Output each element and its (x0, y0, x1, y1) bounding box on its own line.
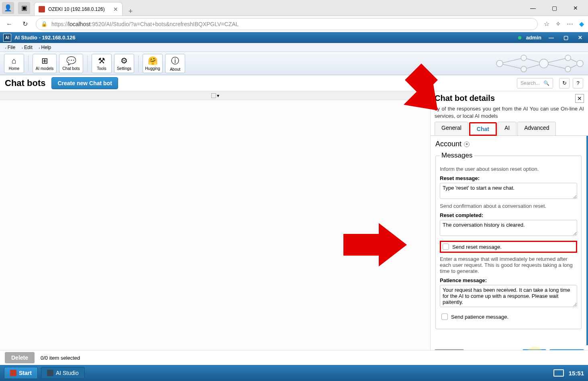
toolbar-chat-bots-button[interactable]: 💬Chat bots (59, 54, 83, 73)
url-input[interactable]: 🔒 https://localhost:9520/AI/Studio/?a=Ch… (36, 18, 538, 30)
browser-tab-strip: 👤 ▣ OZEKI 10 (192.168.0.126) ✕ + — ▢ ✕ (0, 0, 588, 16)
new-tab-button[interactable]: + (125, 7, 137, 16)
help-button[interactable]: ? (573, 78, 583, 88)
search-icon: 🔍 (543, 80, 549, 86)
toolbar-separator (138, 55, 139, 72)
svg-point-10 (521, 66, 527, 72)
confirm-description: Send confirmation about a conversation r… (440, 203, 577, 209)
collections-icon[interactable]: ✧ (555, 20, 561, 28)
taskbar: Start AI Studio 15:51 (0, 365, 588, 381)
chevron-down-icon[interactable]: ▾ (217, 93, 219, 98)
patience-description: Enter a message that will immediately be… (440, 256, 577, 274)
app-logo-icon: AI (3, 34, 11, 42)
toolbar-about-button[interactable]: ⓘAbout (165, 54, 185, 73)
tab-title: OZEKI 10 (192.168.0.126) (48, 6, 110, 12)
svg-point-13 (565, 66, 571, 72)
workspaces-button[interactable]: ▣ (18, 2, 30, 14)
delete-button[interactable]: Delete (5, 352, 35, 363)
tab-favicon (39, 6, 45, 12)
taskbar-app-button[interactable]: AI Studio (41, 367, 85, 379)
menu-help[interactable]: Help (36, 45, 55, 50)
refresh-button[interactable]: ↻ (20, 18, 30, 30)
address-bar: ← ↻ 🔒 https://localhost:9520/AI/Studio/?… (0, 16, 588, 32)
list-panel: ▾ (0, 91, 431, 366)
panel-description: cy of the responses you get from the AI … (431, 105, 588, 122)
clock: 15:51 (569, 370, 584, 377)
browser-tab[interactable]: OZEKI 10 (192.168.0.126) ✕ (34, 2, 122, 16)
messages-fieldset: Messages Inform the user about session r… (435, 152, 582, 329)
send-reset-checkbox-row[interactable]: Send reset message. (440, 241, 577, 253)
user-label[interactable]: admin (526, 35, 541, 41)
svg-point-12 (565, 55, 571, 61)
profile-button[interactable]: 👤 (2, 2, 14, 14)
send-reset-label: Send reset message. (452, 244, 502, 250)
menubar: File Edit Help (0, 43, 588, 52)
reset-message-input[interactable] (440, 183, 577, 199)
tab-chat[interactable]: Chat (469, 122, 497, 136)
tab-advanced[interactable]: Advanced (517, 122, 556, 135)
checkbox-column[interactable] (211, 93, 216, 98)
toolbar-hugging-button[interactable]: 🤗Hugging (143, 54, 163, 73)
close-window-button[interactable]: ✕ (569, 3, 582, 13)
reset-message-label: Reset message: (440, 175, 577, 181)
tab-ai[interactable]: AI (498, 122, 517, 135)
home-icon: ⌂ (12, 56, 16, 66)
svg-line-1 (500, 63, 524, 69)
send-patience-checkbox-row[interactable]: Send patience message. (440, 312, 577, 322)
create-chat-bot-button[interactable]: Create new Chat bot (51, 77, 118, 89)
expand-icon: + (464, 141, 470, 147)
menu-edit[interactable]: Edit (18, 45, 36, 50)
url-text: https://localhost:9520/AI/Studio/?a=Chat… (51, 21, 533, 27)
more-icon[interactable]: ⋯ (567, 20, 573, 28)
close-icon: ✕ (577, 95, 582, 102)
svg-point-11 (539, 59, 548, 68)
toolbar-settings-button[interactable]: ⚙Settings (114, 54, 134, 73)
reset-completed-input[interactable] (440, 220, 577, 236)
info-icon: ⓘ (171, 55, 179, 66)
panel-close-button[interactable]: ✕ (575, 94, 584, 103)
app-taskbar-icon (47, 370, 53, 376)
minimize-button[interactable]: — (526, 3, 540, 13)
back-button[interactable]: ← (4, 18, 14, 30)
bottom-bar: Delete 0/0 item selected (0, 350, 588, 365)
hugging-icon: 🤗 (148, 56, 158, 66)
send-patience-checkbox[interactable] (441, 313, 448, 320)
network-decoration (492, 54, 584, 73)
maximize-button[interactable]: ▢ (548, 3, 561, 13)
tab-strip: General Chat AI Advanced (431, 122, 588, 136)
selection-count: 0/0 item selected (41, 355, 80, 361)
menu-file[interactable]: File (2, 45, 18, 50)
copilot-icon[interactable]: ◆ (579, 20, 584, 28)
toolbar: ⌂Home ⊞AI models 💬Chat bots ⚒Tools ⚙Sett… (0, 52, 588, 75)
send-patience-label: Send patience message. (451, 314, 508, 320)
help-icon: ? (576, 80, 579, 86)
search-input[interactable]: Search... 🔍 (517, 78, 553, 88)
refresh-list-button[interactable]: ↻ (559, 78, 570, 88)
app-titlebar: AI AI Studio - 192.168.0.126 admin — ▢ ✕ (0, 32, 588, 43)
chat-bots-icon: 💬 (66, 56, 76, 66)
app-close-button[interactable]: ✕ (576, 34, 585, 41)
app-minimize-button[interactable]: — (546, 34, 556, 41)
app-maximize-button[interactable]: ▢ (561, 34, 571, 41)
toolbar-tools-button[interactable]: ⚒Tools (92, 54, 112, 73)
start-button[interactable]: Start (4, 367, 38, 379)
account-section-header[interactable]: Account + (435, 140, 582, 148)
inform-description: Inform the user about session reset opti… (440, 166, 577, 172)
page-title: Chat bots (5, 78, 45, 88)
tools-icon: ⚒ (98, 56, 105, 66)
patience-message-input[interactable] (440, 285, 577, 307)
svg-point-9 (521, 55, 527, 61)
patience-message-label: Patience message: (440, 277, 577, 283)
toolbar-home-button[interactable]: ⌂Home (4, 54, 24, 73)
toolbar-ai-models-button[interactable]: ⊞AI models (33, 54, 57, 73)
tab-general[interactable]: General (435, 122, 468, 135)
messages-legend: Messages (440, 152, 474, 160)
send-reset-checkbox[interactable] (443, 244, 449, 250)
gear-icon: ⚙ (120, 56, 128, 66)
list-column-header: ▾ (0, 91, 430, 100)
favorite-icon[interactable]: ☆ (544, 20, 549, 28)
tab-close-icon[interactable]: ✕ (113, 6, 118, 12)
svg-line-0 (500, 58, 524, 63)
start-icon (10, 370, 16, 376)
keyboard-icon[interactable] (553, 369, 564, 377)
